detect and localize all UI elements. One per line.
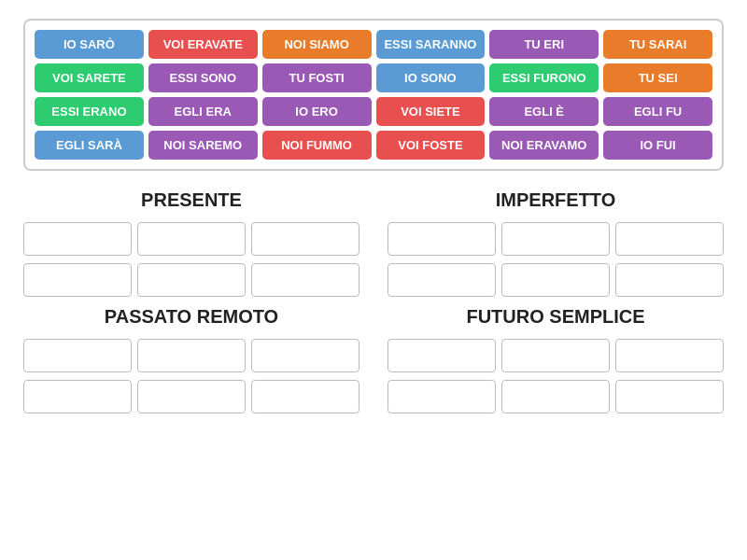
drop-zone[interactable] xyxy=(501,222,610,256)
word-bank: IO SARÒVOI ERAVATENOI SIAMOESSI SARANNOT… xyxy=(23,19,724,171)
drop-row xyxy=(388,339,724,372)
drop-zone[interactable] xyxy=(615,339,724,372)
drop-row xyxy=(388,263,724,297)
word-tile[interactable]: NOI ERAVAMO xyxy=(489,131,599,160)
word-tile[interactable]: EGLI SARÀ xyxy=(35,131,144,160)
drop-zone[interactable] xyxy=(23,339,132,372)
category-title: PASSATO REMOTO xyxy=(23,306,359,328)
drop-row xyxy=(23,222,359,256)
word-tile[interactable]: ESSI SONO xyxy=(148,63,258,92)
word-tile[interactable]: VOI FOSTE xyxy=(376,131,486,160)
category-imperfetto: IMPERFETTO xyxy=(388,189,724,297)
word-tile[interactable]: ESSI SARANNO xyxy=(376,30,486,59)
word-tile[interactable]: TU FOSTI xyxy=(262,63,372,92)
drop-row xyxy=(23,263,359,297)
word-tile[interactable]: NOI SAREMO xyxy=(148,131,258,160)
category-futuro-semplice: FUTURO SEMPLICE xyxy=(388,306,724,413)
word-tile[interactable]: VOI SIETE xyxy=(376,97,486,126)
drop-zone[interactable] xyxy=(137,339,246,372)
word-tile[interactable]: TU ERI xyxy=(489,30,599,59)
drop-zone[interactable] xyxy=(615,380,724,413)
drop-zone[interactable] xyxy=(137,263,246,297)
category-presente: PRESENTE xyxy=(23,189,359,297)
word-tile[interactable]: EGLI È xyxy=(489,97,599,126)
drop-zone[interactable] xyxy=(388,263,496,297)
category-title: FUTURO SEMPLICE xyxy=(388,306,724,328)
drop-zone[interactable] xyxy=(615,263,724,297)
word-tile[interactable]: IO ERO xyxy=(262,97,372,126)
word-tile[interactable]: IO FUI xyxy=(603,131,712,160)
drop-zone[interactable] xyxy=(501,380,610,413)
word-tile[interactable]: TU SEI xyxy=(603,63,712,92)
word-tile[interactable]: TU SARAI xyxy=(603,30,712,59)
word-tile[interactable]: IO SONO xyxy=(376,63,486,92)
drop-zone[interactable] xyxy=(251,222,359,256)
word-tile[interactable]: VOI ERAVATE xyxy=(148,30,258,59)
drop-zone[interactable] xyxy=(501,339,610,372)
drop-zone[interactable] xyxy=(137,222,246,256)
word-tile[interactable]: VOI SARETE xyxy=(35,63,144,92)
category-passato-remoto: PASSATO REMOTO xyxy=(23,306,359,413)
drop-row xyxy=(23,339,359,372)
drop-zone[interactable] xyxy=(23,380,132,413)
word-tile[interactable]: NOI SIAMO xyxy=(262,30,372,59)
category-title: IMPERFETTO xyxy=(388,189,724,211)
drop-zone[interactable] xyxy=(501,263,610,297)
drop-zone[interactable] xyxy=(23,222,132,256)
drop-zone[interactable] xyxy=(137,380,246,413)
categories-container: PRESENTEIMPERFETTOPASSATO REMOTOFUTURO S… xyxy=(23,189,724,413)
word-tile[interactable]: EGLI FU xyxy=(603,97,712,126)
word-tile[interactable]: ESSI FURONO xyxy=(489,63,599,92)
drop-zone[interactable] xyxy=(251,263,359,297)
word-tile[interactable]: NOI FUMMO xyxy=(262,131,372,160)
drop-row xyxy=(388,380,724,413)
drop-zone[interactable] xyxy=(251,339,359,372)
drop-zone[interactable] xyxy=(388,222,496,256)
drop-row xyxy=(388,222,724,256)
word-tile[interactable]: EGLI ERA xyxy=(148,97,258,126)
drop-zone[interactable] xyxy=(251,380,359,413)
drop-zone[interactable] xyxy=(615,222,724,256)
word-tile[interactable]: IO SARÒ xyxy=(35,30,144,59)
category-title: PRESENTE xyxy=(23,189,359,211)
drop-zone[interactable] xyxy=(23,263,132,297)
drop-zone[interactable] xyxy=(388,380,496,413)
drop-row xyxy=(23,380,359,413)
drop-zone[interactable] xyxy=(388,339,496,372)
word-tile[interactable]: ESSI ERANO xyxy=(35,97,144,126)
